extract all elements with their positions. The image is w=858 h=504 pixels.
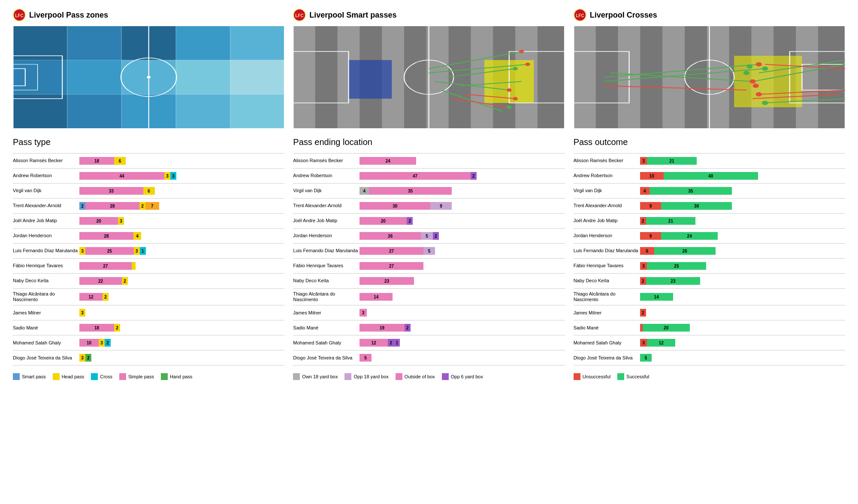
bar-container: 5 [360, 354, 565, 362]
svg-point-106 [752, 84, 758, 88]
player-name: Virgil van Dijk [13, 188, 79, 193]
liverpool-badge-1: LFC [13, 9, 26, 21]
table-row: Luis Fernando Díaz Marulanda626 [574, 246, 845, 256]
svg-point-100 [762, 66, 768, 71]
bar-segment: 2 [103, 293, 109, 301]
divider-3 [574, 153, 845, 154]
liverpool-badge-2: LFC [293, 9, 306, 21]
table-row: Diogo José Teixeira da Silva5 [293, 353, 565, 362]
row-divider [293, 350, 565, 350]
panel-pass-ending: LFC Liverpool Smart passes [293, 9, 565, 380]
bar-segment: 26 [360, 232, 421, 240]
bar-container: 20 [640, 324, 845, 332]
legend-color-box [119, 373, 126, 380]
table-row: Joël Andre Job Matip202 [293, 216, 565, 226]
svg-rect-39 [404, 26, 426, 129]
row-divider [293, 335, 565, 335]
bar-container: 3 [360, 309, 565, 317]
legend-color-box [13, 373, 20, 380]
bar-container: 202 [360, 217, 565, 225]
table-row: Naby Deco Keïta223 [574, 276, 845, 286]
bar-container: 32531 [79, 247, 284, 255]
table-row: Sadio Mané182 [13, 323, 284, 332]
bar-container: 203 [79, 217, 284, 225]
bar-segment: 19 [360, 324, 405, 332]
player-name: Mohamed Salah Ghaly [574, 340, 640, 346]
bar-segment: 6 [640, 247, 654, 255]
svg-rect-12 [230, 60, 285, 94]
bar-segment: 30 [661, 202, 732, 210]
table-row: Thiago Alcântara do Nascimento14 [293, 291, 565, 302]
bar-segment: 2 [640, 309, 646, 317]
player-name: Mohamed Salah Ghaly [13, 340, 79, 346]
row-divider [293, 243, 565, 244]
svg-rect-35 [315, 26, 338, 129]
bar-container: 5 [640, 354, 845, 362]
row-divider [574, 228, 845, 229]
bar-segment [132, 262, 136, 270]
svg-rect-82 [734, 56, 802, 107]
player-name: Thiago Alcântara do Nascimento [574, 291, 640, 302]
bar-container: 32 [79, 354, 284, 362]
svg-rect-6 [176, 26, 230, 60]
player-name: Luis Fernando Díaz Marulanda [13, 248, 79, 254]
legend-item: Unsuccessful [574, 373, 610, 380]
bar-segment: 35 [650, 187, 732, 195]
row-divider [574, 213, 845, 214]
row-divider [293, 320, 565, 320]
row-divider [13, 198, 284, 199]
legend-color-box [617, 373, 624, 380]
player-name: Diogo José Teixeira da Silva [293, 355, 360, 361]
legend-item: Own 18 yard box [293, 373, 338, 380]
row-divider [13, 168, 284, 169]
bar-segment: 12 [79, 293, 103, 301]
table-row: Joël Andre Job Matip203 [13, 216, 284, 226]
player-name: Alisson Ramsés Becker [13, 158, 79, 163]
bar-segment: 23 [646, 277, 701, 285]
table-row: Fábio Henrique Tavares27 [293, 261, 565, 271]
svg-rect-3 [13, 26, 67, 60]
legend-label: Cross [100, 374, 112, 379]
section-title-1: Pass type [13, 137, 284, 147]
bar-segment: 3 [99, 339, 105, 347]
bar-segment: 5 [421, 232, 433, 240]
bar-container: 1040 [640, 172, 845, 180]
row-divider [293, 213, 565, 214]
pass-ending-legend: Own 18 yard boxOpp 18 yard boxOutside of… [293, 373, 565, 380]
player-name: Fábio Henrique Tavares [574, 263, 640, 269]
legend-label: Simple pass [128, 374, 154, 379]
liverpool-badge-3: LFC [574, 9, 586, 21]
bar-segment: 2 [105, 339, 111, 347]
divider-1 [13, 153, 284, 154]
player-name: Naby Deco Keïta [574, 278, 640, 284]
table-row: James Milner3 [293, 308, 565, 317]
bar-segment: 2 [139, 202, 145, 210]
svg-point-63 [513, 67, 518, 70]
bar-segment: 3 [134, 247, 140, 255]
table-row: Joël Andre Job Matip221 [574, 216, 845, 226]
row-divider [574, 320, 845, 320]
bar-segment: 6 [114, 157, 126, 165]
legend-item: Head pass [53, 373, 85, 380]
legend-color-box [442, 373, 449, 380]
svg-rect-11 [176, 60, 230, 94]
svg-point-62 [526, 63, 531, 66]
player-name: Thiago Alcântara do Nascimento [293, 291, 360, 302]
player-name: Sadio Mané [574, 325, 640, 331]
legend-item: Outside of box [396, 373, 435, 380]
svg-rect-40 [426, 26, 449, 129]
row-divider [293, 273, 565, 274]
player-name: Andrew Robertson [574, 173, 640, 178]
bar-segment: 4 [640, 187, 650, 195]
bar-container: 924 [640, 232, 845, 240]
bar-container: 325 [640, 262, 845, 270]
panel-2-title-text: Liverpool Smart passes [309, 11, 396, 20]
legend-item: Hand pass [161, 373, 193, 380]
bar-segment: 2 [405, 324, 411, 332]
svg-point-61 [519, 50, 524, 53]
table-row: Trent Alexander-Arnold309 [293, 201, 565, 211]
bar-container: 182 [79, 324, 284, 332]
bar-segment: 9 [430, 202, 452, 210]
svg-point-99 [755, 62, 761, 66]
bar-segment: 14 [360, 293, 393, 301]
